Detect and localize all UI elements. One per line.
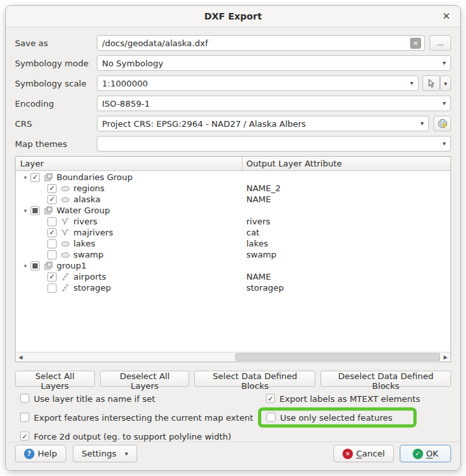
chevron-down-icon: ▾ (125, 450, 128, 457)
option-export-labels-as-mtext-elements[interactable]: ✓Export labels as MTEXT elements (266, 393, 420, 403)
scale-options-dropdown-button[interactable]: ▾ (440, 75, 451, 91)
layer-checkbox[interactable]: ✓ (47, 184, 57, 193)
expand-arrow-icon[interactable]: ▾ (21, 263, 29, 269)
point-layer-icon (60, 272, 70, 282)
deselect-all-layers-button[interactable]: Deselect All Layers (100, 371, 190, 387)
group-layer-icon (44, 261, 53, 271)
layer-attribute[interactable]: lakes (242, 239, 450, 248)
layer-name: swamp (73, 250, 103, 259)
save-as-field: ✕ (97, 35, 425, 51)
cancel-button[interactable]: ✕ Cancel (333, 445, 394, 462)
layer-checkbox[interactable] (31, 206, 40, 215)
select-all-layers-button[interactable]: Select All Layers (15, 371, 95, 387)
layer-name: alaska (73, 194, 101, 204)
cursor-pointer-icon (427, 79, 436, 88)
select-crs-button[interactable] (434, 116, 451, 131)
tree-row[interactable]: ✓majriverscat (16, 227, 450, 238)
help-icon: ? (24, 449, 34, 459)
save-as-input[interactable] (97, 36, 424, 50)
layer-attribute[interactable]: NAME (242, 272, 450, 282)
layer-checkbox[interactable]: ✓ (47, 228, 57, 237)
tree-row[interactable]: ▾group1 (16, 260, 450, 271)
encoding-select[interactable]: ISO-8859-1 ▾ (97, 96, 451, 111)
layer-attribute[interactable]: rivers (242, 217, 450, 226)
layer-attribute[interactable]: NAME (242, 194, 450, 204)
save-as-row: Save as ✕ ... (15, 35, 451, 51)
tree-row[interactable]: swampswamp (16, 249, 450, 260)
encoding-value: ISO-8859-1 (102, 99, 149, 109)
title-bar[interactable]: DXF Export ✕ (6, 6, 460, 27)
layer-name: Boundaries Group (57, 172, 133, 182)
map-themes-label: Map themes (15, 139, 97, 149)
option-checkbox[interactable] (20, 413, 29, 422)
layer-name: regions (73, 183, 105, 193)
scrollbar-thumb[interactable] (235, 353, 440, 361)
tree-row[interactable]: riversrivers (16, 216, 450, 227)
option-checkbox[interactable]: ✓ (20, 432, 29, 441)
scroll-left-icon[interactable]: ◀ (16, 352, 25, 362)
polygon-layer-icon (60, 194, 70, 204)
layer-checkbox[interactable]: ✓ (31, 173, 40, 182)
crs-value: Project CRS: EPSG:2964 - NAD27 / Alaska … (102, 119, 306, 129)
scroll-right-icon[interactable]: ▶ (441, 352, 450, 362)
help-button[interactable]: ? Help (15, 445, 66, 462)
highlighted-option-use-only-selected-features[interactable]: Use only selected features (258, 407, 417, 427)
option-checkbox[interactable] (20, 394, 29, 403)
dialog-title: DXF Export (204, 11, 262, 21)
layer-name: lakes (73, 239, 95, 248)
ok-button[interactable]: ✓ OK (400, 445, 451, 462)
expand-arrow-icon[interactable]: ▾ (21, 174, 29, 181)
group-layer-icon (44, 172, 53, 182)
tree-row[interactable]: ✓alaskaNAME (16, 194, 450, 205)
symbology-mode-select[interactable]: No Symbology ▾ (97, 55, 451, 71)
tree-row[interactable]: ✓regionsNAME_2 (16, 183, 450, 194)
option-use-layer-title-as-name-if-set[interactable]: Use layer title as name if set (20, 393, 155, 403)
tree-row[interactable]: storagepstoragep (16, 282, 450, 293)
map-themes-select[interactable]: ▾ (97, 136, 451, 152)
option-checkbox[interactable]: ✓ (266, 394, 275, 403)
horizontal-scrollbar[interactable]: ◀ ▶ (16, 352, 450, 362)
layer-checkbox[interactable] (47, 239, 57, 248)
layer-attribute[interactable]: swamp (242, 250, 450, 259)
layer-attribute[interactable]: cat (242, 228, 450, 237)
layer-attribute[interactable]: NAME_2 (242, 183, 450, 193)
tree-row[interactable]: ▾✓Boundaries Group (16, 172, 450, 183)
crs-label: CRS (15, 119, 97, 129)
option-export-features-intersecting-the-current[interactable]: Export features intersecting the current… (20, 412, 253, 422)
layer-checkbox[interactable]: ✓ (47, 272, 57, 282)
tree-row[interactable]: lakeslakes (16, 238, 450, 249)
tree-row[interactable]: ▾Water Group (16, 205, 450, 216)
close-icon[interactable]: ✕ (442, 11, 450, 21)
crs-select[interactable]: Project CRS: EPSG:2964 - NAD27 / Alaska … (97, 116, 429, 131)
layer-checkbox[interactable] (47, 284, 57, 293)
symbology-scale-value: 1:1000000 (102, 79, 148, 88)
column-header-layer[interactable]: Layer (16, 157, 242, 170)
select-data-defined-blocks-button[interactable]: Select Data Defined Blocks (194, 371, 315, 387)
layer-table-panel: Layer Output Layer Attribute ▾✓Boundarie… (15, 156, 451, 362)
layer-checkbox[interactable] (31, 261, 40, 271)
options-row: Export features intersecting the current… (15, 408, 451, 427)
layer-checkbox[interactable]: ✓ (47, 195, 57, 204)
chevron-down-icon: ▾ (443, 140, 446, 147)
tree-row[interactable]: ✓airportsNAME (16, 271, 450, 282)
column-header-attribute[interactable]: Output Layer Attribute (242, 157, 450, 170)
encoding-row: Encoding ISO-8859-1 ▾ (15, 96, 451, 111)
deselect-data-defined-blocks-button[interactable]: Deselect Data Defined Blocks (320, 371, 451, 387)
scrollbar-track[interactable] (25, 352, 441, 362)
expand-arrow-icon[interactable]: ▾ (21, 207, 29, 214)
settings-button[interactable]: Settings ▾ (73, 445, 137, 462)
layer-attribute[interactable]: storagep (242, 283, 450, 293)
option-force-2d-output-eg-to-support-polyline-w[interactable]: ✓Force 2d output (eg. to support polylin… (20, 431, 231, 441)
layer-checkbox[interactable] (47, 217, 57, 226)
layer-checkbox[interactable] (47, 250, 57, 259)
layer-name: majrivers (73, 228, 113, 237)
option-label: Use layer title as name if set (34, 393, 155, 403)
option-checkbox[interactable] (266, 413, 276, 422)
crs-row: CRS Project CRS: EPSG:2964 - NAD27 / Ala… (15, 116, 451, 131)
symbology-scale-select[interactable]: 1:1000000 ▾ (97, 75, 419, 91)
clear-text-icon[interactable]: ✕ (410, 38, 421, 49)
set-scale-from-map-button[interactable] (422, 75, 440, 91)
browse-file-button[interactable]: ... (430, 35, 451, 51)
layer-name: Water Group (57, 205, 110, 215)
layer-tree: ▾✓Boundaries Group✓regionsNAME_2✓alaskaN… (16, 172, 450, 352)
